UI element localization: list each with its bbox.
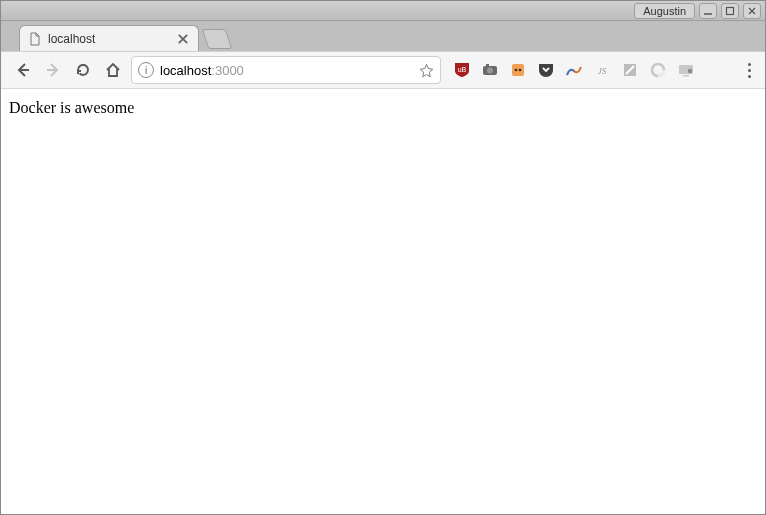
formfill-icon[interactable] (621, 61, 639, 79)
minimize-icon (703, 6, 713, 16)
svg-point-10 (487, 68, 493, 74)
maximize-icon (725, 6, 735, 16)
camera-icon[interactable] (481, 61, 499, 79)
new-tab-button[interactable] (202, 29, 232, 49)
svg-point-21 (688, 69, 692, 73)
star-icon (419, 63, 434, 78)
svg-rect-11 (486, 64, 489, 66)
window-maximize-button[interactable] (721, 3, 739, 19)
close-icon (747, 6, 757, 16)
bookmark-button[interactable] (419, 63, 434, 78)
browser-menu-button[interactable] (744, 59, 755, 82)
home-button[interactable] (101, 58, 125, 82)
page-body-text: Docker is awesome (9, 99, 757, 117)
page-viewport: Docker is awesome (1, 89, 765, 514)
tampermonkey-icon[interactable] (509, 61, 527, 79)
devtools-icon[interactable] (677, 61, 695, 79)
forward-button[interactable] (41, 58, 65, 82)
window-minimize-button[interactable] (699, 3, 717, 19)
svg-rect-12 (512, 64, 524, 76)
lighthouse-icon[interactable] (565, 61, 583, 79)
user-chip: Augustin (634, 3, 695, 19)
url-host: localhost (160, 63, 211, 78)
extensions-row: uB JS (453, 61, 695, 79)
back-button[interactable] (11, 58, 35, 82)
svg-text:uB: uB (458, 66, 467, 73)
file-icon (28, 32, 42, 46)
svg-text:JS: JS (598, 66, 607, 76)
svg-rect-1 (727, 7, 734, 14)
window-close-button[interactable] (743, 3, 761, 19)
svg-rect-20 (683, 75, 689, 77)
url-port: :3000 (211, 63, 244, 78)
browser-tabstrip: localhost (1, 21, 765, 51)
site-info-icon[interactable]: i (138, 62, 154, 78)
ublock-icon[interactable]: uB (453, 61, 471, 79)
arrow-right-icon (44, 61, 62, 79)
user-label: Augustin (643, 5, 686, 17)
reload-icon (74, 61, 92, 79)
home-icon (104, 61, 122, 79)
tab-localhost[interactable]: localhost (19, 25, 199, 51)
window-titlebar: Augustin (1, 1, 765, 21)
reload-button[interactable] (71, 58, 95, 82)
arrow-left-icon (14, 61, 32, 79)
tab-close-button[interactable] (176, 32, 190, 46)
svg-point-14 (519, 69, 522, 72)
pocket-icon[interactable] (537, 61, 555, 79)
tab-title: localhost (48, 32, 95, 46)
adguard-icon[interactable] (649, 61, 667, 79)
js-icon[interactable]: JS (593, 61, 611, 79)
address-bar[interactable]: i localhost:3000 (131, 56, 441, 84)
browser-toolbar: i localhost:3000 uB JS (1, 51, 765, 89)
dots-icon (748, 63, 751, 66)
close-icon (176, 32, 190, 46)
svg-point-13 (515, 69, 518, 72)
